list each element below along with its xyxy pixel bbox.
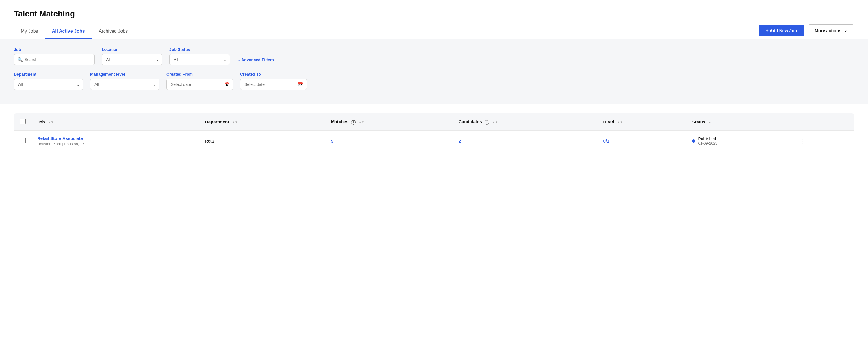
status-label: Published: [698, 137, 717, 141]
row-actions-cell: ⋮: [791, 131, 854, 151]
jobs-table: Job ▲▼ Department ▲▼ Matches i ▲▼ Candid…: [14, 113, 854, 151]
location-select[interactable]: All: [102, 54, 162, 65]
sort-icon[interactable]: ▲▼: [617, 121, 623, 124]
table-row: Retail Store Associate Houston Plant | H…: [14, 131, 854, 151]
created-to-input-wrap: 📅: [240, 79, 307, 90]
info-icon: i: [351, 120, 356, 124]
col-matches: Matches i ▲▼: [326, 113, 453, 131]
department-filter-group: Department All ⌄: [14, 72, 83, 90]
location-filter-label: Location: [102, 47, 162, 52]
job-title-link[interactable]: Retail Store Associate: [37, 136, 83, 141]
tab-my-jobs[interactable]: My Jobs: [14, 25, 45, 39]
created-from-input[interactable]: [166, 79, 233, 90]
hired-cell: 0/1: [597, 131, 686, 151]
col-hired: Hired ▲▼: [597, 113, 686, 131]
tab-archived-jobs[interactable]: Archived Jobs: [92, 25, 135, 39]
created-from-filter-group: Created From 📅: [166, 72, 233, 90]
job-search-wrap: 🔍: [14, 54, 95, 65]
col-actions-header: [791, 113, 854, 131]
sort-icon[interactable]: ▲▼: [492, 121, 498, 124]
department-filter-label: Department: [14, 72, 83, 77]
info-icon: i: [485, 120, 489, 124]
sort-icon[interactable]: ▲▼: [232, 121, 238, 124]
tabs-bar: My Jobs All Active Jobs Archived Jobs + …: [14, 24, 854, 39]
job-cell: Retail Store Associate Houston Plant | H…: [31, 131, 199, 151]
job-filter-group: Job 🔍: [14, 47, 95, 65]
row-checkbox-cell: [14, 131, 32, 151]
location-filter-group: Location All ⌄: [102, 47, 162, 65]
job-status-filter-label: Job Status: [169, 47, 230, 52]
job-status-filter-group: Job Status All ⌄: [169, 47, 230, 65]
management-level-select-wrap: All ⌄: [90, 79, 159, 90]
add-new-job-button[interactable]: + Add New Job: [759, 25, 804, 36]
filters-row-1: Job 🔍 Location All ⌄ Job Status: [14, 47, 854, 65]
job-search-input[interactable]: [14, 54, 95, 65]
more-actions-button[interactable]: More actions ⌄: [808, 24, 854, 36]
department-select-wrap: All ⌄: [14, 79, 83, 90]
status-cell-inner: Published 01-09-2023: [692, 137, 785, 145]
management-level-select[interactable]: All: [90, 79, 159, 90]
created-to-input[interactable]: [240, 79, 307, 90]
col-department: Department ▲▼: [199, 113, 326, 131]
sort-icon[interactable]: ▲▼: [359, 121, 364, 124]
sort-icon[interactable]: ▲▼: [48, 121, 54, 124]
tabs-left: My Jobs All Active Jobs Archived Jobs: [14, 25, 135, 38]
page-title: Talent Matching: [14, 9, 854, 19]
select-all-cell: [14, 113, 32, 131]
candidates-cell: 2: [453, 131, 597, 151]
status-date: 01-09-2023: [698, 141, 717, 145]
matches-cell: 9: [326, 131, 453, 151]
col-candidates: Candidates i ▲▼: [453, 113, 597, 131]
advanced-filters-link[interactable]: ⌄ Advanced Filters: [237, 58, 274, 65]
created-to-filter-group: Created To 📅: [240, 72, 307, 90]
job-status-select-wrap: All ⌄: [169, 54, 230, 65]
tabs-actions: + Add New Job More actions ⌄: [759, 24, 854, 39]
sort-icon-up[interactable]: ▲: [708, 121, 711, 124]
filters-row-2: Department All ⌄ Management level All ⌄: [14, 72, 854, 90]
management-level-filter-label: Management level: [90, 72, 159, 77]
management-level-filter-group: Management level All ⌄: [90, 72, 159, 90]
table-header-row: Job ▲▼ Department ▲▼ Matches i ▲▼ Candid…: [14, 113, 854, 131]
job-subtitle: Houston Plant | Houston, TX: [37, 142, 194, 146]
row-more-actions-button[interactable]: ⋮: [797, 137, 807, 146]
page-container: Talent Matching My Jobs All Active Jobs …: [0, 0, 868, 346]
department-cell: Retail: [199, 131, 326, 151]
created-from-filter-label: Created From: [166, 72, 233, 77]
job-status-select[interactable]: All: [169, 54, 230, 65]
location-select-wrap: All ⌄: [102, 54, 162, 65]
job-filter-label: Job: [14, 47, 95, 52]
table-section: Job ▲▼ Department ▲▼ Matches i ▲▼ Candid…: [14, 113, 854, 151]
status-cell: Published 01-09-2023: [686, 131, 791, 151]
search-icon: 🔍: [17, 57, 23, 62]
filters-section: Job 🔍 Location All ⌄ Job Status: [0, 39, 868, 104]
chevron-down-icon: ⌄: [844, 28, 847, 33]
created-from-input-wrap: 📅: [166, 79, 233, 90]
col-job: Job ▲▼: [31, 113, 199, 131]
row-checkbox[interactable]: [20, 138, 26, 143]
department-select[interactable]: All: [14, 79, 83, 90]
status-text-group: Published 01-09-2023: [698, 137, 717, 145]
col-status: Status ▲: [686, 113, 791, 131]
select-all-checkbox[interactable]: [20, 118, 26, 124]
created-to-filter-label: Created To: [240, 72, 307, 77]
chevron-right-icon: ⌄: [237, 58, 240, 62]
tab-all-active-jobs[interactable]: All Active Jobs: [45, 25, 92, 39]
status-dot: [692, 139, 695, 143]
